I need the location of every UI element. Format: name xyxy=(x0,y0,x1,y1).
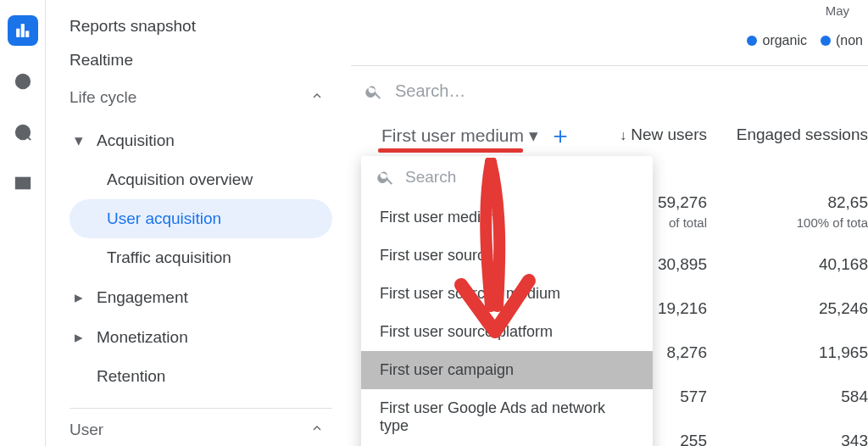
dropdown-search-placeholder: Search xyxy=(405,168,456,187)
cell-subtext: 100% of tota xyxy=(724,215,868,230)
legend-item-organic: organic xyxy=(747,33,806,48)
icon-rail xyxy=(0,0,46,446)
main-content: May organic (non Search… First user medi… xyxy=(351,0,868,446)
svg-rect-2 xyxy=(25,31,28,36)
caret-down-icon: ▾ xyxy=(75,131,83,150)
column-header-new-users[interactable]: ↓ New users xyxy=(580,125,707,144)
sidebar-section-user[interactable]: User xyxy=(70,421,332,439)
dropdown-item[interactable]: First user Google Ads ad network type xyxy=(361,389,653,445)
app-root: Reports snapshot Realtime Life cycle ▾ A… xyxy=(0,0,868,446)
chart-legend: organic (non xyxy=(351,33,868,48)
svg-rect-6 xyxy=(15,178,30,189)
advertising-nav-icon[interactable] xyxy=(8,117,38,148)
sidebar-group-label: Retention xyxy=(97,367,165,386)
sidebar-section-label: Life cycle xyxy=(70,88,136,107)
table-search[interactable]: Search… xyxy=(351,66,868,120)
dropdown-item[interactable]: First user source platform xyxy=(361,313,653,351)
chart-month-label: May xyxy=(351,0,868,23)
caret-right-icon: ▸ xyxy=(75,327,83,347)
legend-dot-icon xyxy=(747,36,757,46)
sidebar-divider xyxy=(70,408,332,409)
dropdown-search[interactable]: Search xyxy=(361,156,653,198)
svg-point-5 xyxy=(19,129,25,135)
cell: 584 xyxy=(724,387,868,406)
annotation-underline xyxy=(378,148,523,153)
column-header-engaged[interactable]: Engaged sessions xyxy=(724,125,868,144)
sidebar-item-user-acquisition[interactable]: User acquisition xyxy=(70,199,332,238)
sort-arrow-icon: ↓ xyxy=(620,128,626,142)
svg-rect-1 xyxy=(21,25,24,37)
reports-nav-icon[interactable] xyxy=(8,15,38,46)
chevron-up-icon xyxy=(310,88,324,107)
dropdown-item[interactable]: First user medium xyxy=(361,198,653,237)
cell: 25,246 xyxy=(724,299,868,318)
search-icon xyxy=(376,168,395,187)
explore-nav-icon[interactable] xyxy=(8,66,38,97)
cell: 40,168 xyxy=(724,255,868,274)
sidebar: Reports snapshot Realtime Life cycle ▾ A… xyxy=(46,0,351,446)
dropdown-item[interactable]: First user source / medium xyxy=(361,275,653,313)
search-placeholder: Search… xyxy=(395,81,465,101)
column-engaged-sessions: Engaged sessions 82,65 100% of tota 40,1… xyxy=(724,125,868,446)
sidebar-group-engagement[interactable]: ▸ Engagement xyxy=(70,277,332,317)
sidebar-group-label: Monetization xyxy=(97,328,188,347)
library-nav-icon[interactable] xyxy=(8,168,38,198)
sidebar-realtime[interactable]: Realtime xyxy=(70,51,332,70)
cell: 343 xyxy=(724,432,868,446)
sidebar-item-traffic-acquisition[interactable]: Traffic acquisition xyxy=(70,238,332,277)
sidebar-group-acquisition[interactable]: ▾ Acquisition xyxy=(70,120,332,160)
sidebar-group-label: Acquisition xyxy=(97,131,175,150)
add-dimension-button[interactable]: ＋ xyxy=(548,120,572,152)
sidebar-item-acquisition-overview[interactable]: Acquisition overview xyxy=(70,160,332,199)
caret-down-icon: ▾ xyxy=(529,125,538,146)
sidebar-group-label: Engagement xyxy=(97,288,188,307)
sidebar-section-label: User xyxy=(70,421,103,439)
dimension-dropdown-trigger[interactable]: First user medium ▾ xyxy=(381,125,538,146)
sidebar-reports-snapshot[interactable]: Reports snapshot xyxy=(70,17,332,36)
search-icon xyxy=(364,82,383,101)
sidebar-group-retention[interactable]: Retention xyxy=(70,357,332,396)
cell: 11,965 xyxy=(724,343,868,362)
dropdown-item[interactable]: First user source xyxy=(361,237,653,275)
svg-rect-0 xyxy=(16,29,19,36)
sidebar-section-lifecycle[interactable]: Life cycle xyxy=(70,88,332,107)
cell: 82,65 xyxy=(724,193,868,212)
dimension-dropdown-panel: Search First user medium First user sour… xyxy=(361,156,653,446)
chevron-up-icon xyxy=(310,421,324,439)
legend-item-non: (non xyxy=(821,33,863,48)
caret-right-icon: ▸ xyxy=(75,287,83,307)
legend-dot-icon xyxy=(821,36,831,46)
dropdown-item-highlighted[interactable]: First user campaign xyxy=(361,351,653,389)
sidebar-group-monetization[interactable]: ▸ Monetization xyxy=(70,317,332,357)
